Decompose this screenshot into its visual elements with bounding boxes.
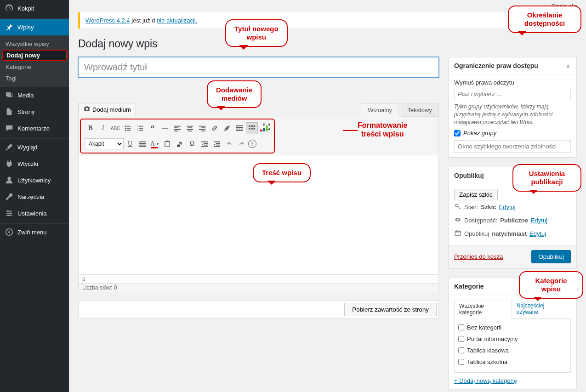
svg-point-13 (125, 130, 126, 131)
justify-button[interactable] (137, 138, 148, 150)
svg-rect-22 (174, 127, 178, 128)
edit-state-link[interactable]: Edytuj (499, 204, 516, 210)
show-groups-checkbox[interactable] (454, 130, 461, 136)
update-nag: WordPress 4.2.4 jest już d nie aktualiza… (78, 12, 577, 28)
move-to-trash[interactable]: Przenieś do kosza (454, 253, 503, 260)
redo-button[interactable] (236, 138, 248, 150)
svg-rect-31 (199, 129, 205, 130)
edit-pub-link[interactable]: Edytuj (529, 230, 546, 237)
svg-rect-39 (236, 130, 243, 131)
avail-value: Publiczne (500, 217, 528, 224)
menu-wtyczki[interactable]: Wtyczki (0, 155, 69, 172)
fullscreen-button[interactable] (261, 121, 273, 133)
cat-item[interactable]: Tablica szkolna (458, 357, 567, 367)
menu-label: Użytkownicy (17, 177, 51, 184)
align-left-button[interactable] (171, 122, 183, 134)
link-button[interactable] (209, 122, 221, 134)
cat-item[interactable]: Portal informacyjny (458, 334, 567, 344)
svg-point-1 (7, 177, 11, 180)
publish-button[interactable]: Opublikuj (531, 250, 571, 263)
menu-wyglad[interactable]: Wygląd (0, 139, 69, 155)
cat-tab-all[interactable]: Wszystkie kategorie (454, 300, 512, 319)
access-description: Tylko grupy użytkowników, którzy mają pr… (454, 103, 571, 126)
italic-button[interactable]: I (97, 122, 109, 134)
bullet-list-button[interactable] (122, 122, 134, 134)
textcolor-button[interactable]: A▼ (149, 138, 161, 150)
fetch-url-input[interactable] (79, 301, 342, 318)
align-center-button[interactable] (184, 122, 196, 134)
box-title: Ograniczenie praw dostępu (454, 62, 538, 69)
menu-strony[interactable]: Strony (0, 103, 69, 120)
cat-item[interactable]: Tablica klasowa (458, 346, 567, 355)
bold-button[interactable]: B (85, 122, 97, 134)
clear-format-button[interactable] (174, 138, 186, 150)
menu-label: Strony (17, 108, 35, 115)
cat-checkbox[interactable] (458, 324, 464, 330)
menu-komentarze[interactable]: Komentarze (0, 120, 69, 136)
indent-button[interactable] (211, 138, 223, 150)
add-category-link[interactable]: + Dodaj nową kategorię (454, 377, 517, 384)
number-list-button[interactable]: 123 (134, 122, 146, 134)
force-read-input[interactable] (454, 88, 571, 100)
menu-ustawienia[interactable]: Ustawienia (0, 205, 69, 222)
quick-create-input[interactable] (454, 140, 571, 153)
screen-options-link[interactable]: Opcje ekr (551, 3, 577, 10)
unlink-button[interactable] (221, 122, 233, 134)
add-media-button[interactable]: Dodaj medium (78, 103, 136, 116)
menu-label: Wpisy (17, 24, 34, 31)
help-button[interactable]: ? (248, 140, 256, 148)
state-label: Stan: (464, 204, 478, 210)
underline-button[interactable]: U (124, 138, 136, 150)
svg-rect-14 (126, 130, 131, 131)
submenu-categories[interactable]: Kategorie (0, 61, 69, 73)
cat-checkbox[interactable] (458, 347, 464, 353)
paste-text-button[interactable] (161, 138, 173, 150)
menu-collapse[interactable]: Zwiń menu (0, 224, 69, 240)
hr-button[interactable]: — (159, 122, 171, 134)
menu-media[interactable]: Media (0, 87, 69, 103)
outdent-button[interactable] (199, 138, 211, 150)
menu-label: Media (17, 92, 34, 99)
quote-button[interactable]: “ (147, 122, 159, 134)
cat-checkbox[interactable] (458, 359, 464, 365)
menu-kokpit[interactable]: Kokpit (0, 0, 69, 17)
cat-item[interactable]: Bez kategorii (458, 323, 567, 332)
more-button[interactable] (233, 122, 245, 134)
align-right-button[interactable] (196, 122, 208, 134)
fetch-button[interactable]: Pobierz zawartość ze strony (344, 303, 437, 316)
strike-button[interactable]: ABC (109, 122, 121, 134)
category-list: Bez kategorii Portal informacyjny Tablic… (454, 319, 571, 373)
save-draft-button[interactable]: Zapisz szkic (454, 189, 498, 200)
admin-sidebar: Kokpit Wpisy Wszystkie wpisy Dodaj nowy … (0, 0, 69, 392)
cat-tab-used[interactable]: Najczęściej używane (512, 300, 571, 318)
content-editor[interactable] (78, 155, 439, 275)
tab-visual[interactable]: Wizualny (361, 103, 399, 117)
menu-wpisy[interactable]: Wpisy (0, 19, 69, 35)
chevron-up-icon[interactable]: ▲ (565, 62, 571, 69)
tab-text[interactable]: Tekstowy (401, 103, 439, 117)
svg-rect-52 (177, 145, 180, 147)
toggle-toolbar-button[interactable] (246, 122, 258, 134)
camera-icon (83, 105, 91, 114)
post-title-input[interactable] (78, 57, 439, 78)
menu-narzedzia[interactable]: Narzędzia (0, 188, 69, 205)
undo-button[interactable] (223, 138, 235, 150)
update-link[interactable]: nie aktualizacji. (157, 17, 197, 24)
submenu-tags[interactable]: Tagi (0, 73, 69, 84)
cat-checkbox[interactable] (458, 336, 464, 342)
svg-rect-44 (251, 128, 253, 130)
special-char-button[interactable]: Ω (186, 138, 198, 150)
pub-value: natychmiast (492, 230, 527, 237)
svg-rect-27 (187, 129, 193, 130)
svg-rect-55 (204, 145, 208, 146)
categories-box: Kategorie Wszystkie kategorie Najczęście… (448, 278, 577, 389)
format-select[interactable]: Akapit (85, 138, 124, 149)
pub-label: Opublikuj (464, 230, 489, 237)
wp-version-link[interactable]: WordPress 4.2.4 (85, 17, 130, 24)
svg-rect-51 (166, 141, 168, 142)
menu-label: Zwiń menu (17, 229, 47, 236)
submenu-all[interactable]: Wszystkie wpisy (0, 38, 69, 50)
menu-uzytkownicy[interactable]: Użytkownicy (0, 172, 69, 188)
submenu-add-new[interactable]: Dodaj nowy (2, 50, 67, 61)
edit-avail-link[interactable]: Edytuj (531, 217, 547, 224)
